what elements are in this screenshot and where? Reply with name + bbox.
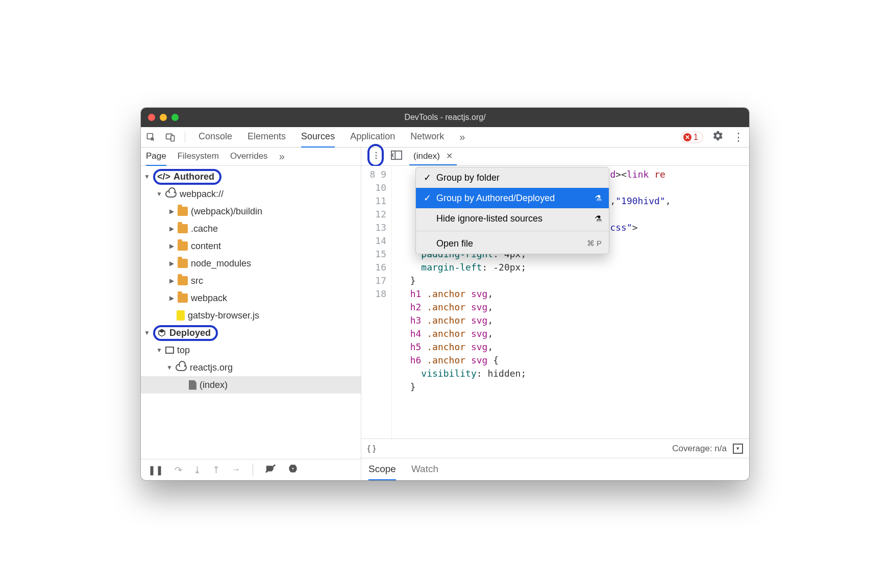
folder-icon xyxy=(178,276,188,285)
tree-folder[interactable]: ▶(webpack)/buildin xyxy=(141,203,361,220)
tree-file[interactable]: gatsby-browser.js xyxy=(141,307,361,324)
disclosure-triangle-icon[interactable]: ▶ xyxy=(168,260,175,267)
tree-folder[interactable]: ▶.cache xyxy=(141,220,361,237)
pause-icon[interactable]: ❚❚ xyxy=(148,464,163,476)
file-tree[interactable]: ▼ </> Authored ▼ webpack:// ▶(webpack)/b… xyxy=(141,166,361,459)
settings-gear-icon[interactable] xyxy=(712,130,724,144)
disclosure-triangle-icon[interactable]: ▼ xyxy=(156,190,162,198)
pause-on-exceptions-icon[interactable] xyxy=(288,463,298,476)
step-over-icon[interactable]: ↷ xyxy=(175,464,182,476)
main-kebab-icon[interactable]: ⋮ xyxy=(733,131,744,144)
window-titlebar: DevTools - reactjs.org/ xyxy=(141,108,749,127)
folder-label: .cache xyxy=(191,224,218,234)
disclosure-triangle-icon[interactable]: ▶ xyxy=(168,208,175,215)
sources-more-options-button[interactable]: ⋮ xyxy=(367,144,384,167)
menu-label: Group by Authored/Deployed xyxy=(436,193,589,204)
tab-console[interactable]: Console xyxy=(199,127,232,148)
top-label: top xyxy=(177,345,190,356)
svg-rect-2 xyxy=(171,135,175,141)
main-toolbar: Console Elements Sources Application Net… xyxy=(141,127,749,148)
menu-item-open-file[interactable]: Open file ⌘ P xyxy=(416,233,609,254)
menu-item-hide-ignore-listed[interactable]: Hide ignore-listed sources ⚗ xyxy=(416,208,609,229)
tree-folder[interactable]: ▶node_modules xyxy=(141,255,361,272)
folder-icon xyxy=(178,224,188,233)
error-count-pill[interactable]: ✕ 1 xyxy=(681,132,703,143)
deployed-label: Deployed xyxy=(169,328,211,338)
menu-item-group-by-folder[interactable]: ✓ Group by folder xyxy=(416,167,609,188)
disclosure-triangle-icon[interactable]: ▼ xyxy=(166,364,172,371)
navigator-tabs: Page Filesystem Overrides » xyxy=(141,148,361,165)
step-icon[interactable]: → xyxy=(231,464,240,475)
tree-deployed-group[interactable]: ▼ Deployed xyxy=(141,324,361,341)
pretty-print-icon[interactable]: { } xyxy=(367,444,376,454)
zoom-window-button[interactable] xyxy=(171,114,179,121)
disclosure-triangle-icon[interactable]: ▶ xyxy=(168,277,175,284)
disclosure-triangle-icon[interactable]: ▼ xyxy=(156,347,162,354)
folder-label: node_modules xyxy=(191,258,251,269)
tab-watch[interactable]: Watch xyxy=(411,459,438,480)
inspect-element-icon[interactable] xyxy=(146,132,156,142)
sources-subtoolbar: Page Filesystem Overrides » ⋮ (index) ✕ xyxy=(141,148,749,166)
svg-rect-3 xyxy=(391,151,402,160)
experiment-flask-icon: ⚗ xyxy=(595,214,602,224)
tab-scope[interactable]: Scope xyxy=(368,459,396,480)
tree-folder[interactable]: ▶webpack xyxy=(141,289,361,307)
editor-footer: { } Coverage: n/a ▾ xyxy=(361,438,749,458)
tab-network[interactable]: Network xyxy=(410,127,444,148)
tree-webpack-domain[interactable]: ▼ webpack:// xyxy=(141,185,361,203)
menu-item-group-authored-deployed[interactable]: ✓ Group by Authored/Deployed ⚗ xyxy=(416,188,609,208)
navigator-tab-filesystem[interactable]: Filesystem xyxy=(178,148,219,166)
debugger-controls: ❚❚ ↷ ⤓ ⤒ → xyxy=(141,459,361,480)
domain-label: reactjs.org xyxy=(190,362,233,373)
window-title: DevTools - reactjs.org/ xyxy=(141,113,749,122)
close-window-button[interactable] xyxy=(148,114,155,121)
open-file-tab[interactable]: (index) ✕ xyxy=(409,148,457,165)
folder-icon xyxy=(178,241,188,251)
folder-label: src xyxy=(191,276,203,286)
step-out-icon[interactable]: ⤒ xyxy=(212,464,220,476)
step-into-icon[interactable]: ⤓ xyxy=(193,464,201,476)
experiment-flask-icon: ⚗ xyxy=(595,193,602,203)
device-toolbar-icon[interactable] xyxy=(165,132,176,142)
js-file-icon xyxy=(177,310,185,321)
more-panels-icon[interactable]: » xyxy=(459,131,465,143)
scope-watch-tabs: Scope Watch xyxy=(361,458,749,480)
disclosure-triangle-icon[interactable]: ▶ xyxy=(168,295,175,302)
tree-authored-group[interactable]: ▼ </> Authored xyxy=(141,168,361,185)
tree-folder[interactable]: ▶src xyxy=(141,272,361,289)
file-label: gatsby-browser.js xyxy=(188,310,259,321)
authored-code-icon: </> xyxy=(157,172,170,182)
menu-separator xyxy=(416,231,609,231)
disclosure-triangle-icon[interactable]: ▼ xyxy=(144,329,150,336)
tree-file-index[interactable]: (index) xyxy=(141,376,361,394)
navigator-more-icon[interactable]: » xyxy=(279,151,285,162)
navigator-tab-page[interactable]: Page xyxy=(146,148,166,166)
tree-domain[interactable]: ▼ reactjs.org xyxy=(141,359,361,376)
disclosure-triangle-icon[interactable]: ▶ xyxy=(168,225,175,232)
cloud-icon xyxy=(176,364,187,371)
close-file-icon[interactable]: ✕ xyxy=(444,151,453,161)
toggle-navigator-icon[interactable] xyxy=(391,150,402,163)
menu-label: Group by folder xyxy=(436,173,602,183)
disclosure-triangle-icon[interactable]: ▶ xyxy=(168,242,175,250)
navigator-tab-overrides[interactable]: Overrides xyxy=(230,148,268,166)
cloud-icon xyxy=(165,190,177,198)
deactivate-breakpoints-icon[interactable] xyxy=(265,463,277,476)
folder-icon xyxy=(178,259,188,268)
tree-top-frame[interactable]: ▼ top xyxy=(141,341,361,359)
toolbar-divider xyxy=(185,132,185,143)
tree-folder[interactable]: ▶content xyxy=(141,237,361,255)
coverage-toggle-icon[interactable]: ▾ xyxy=(733,444,743,454)
tab-sources[interactable]: Sources xyxy=(301,127,335,148)
tab-elements[interactable]: Elements xyxy=(248,127,286,148)
disclosure-triangle-icon[interactable]: ▼ xyxy=(144,173,150,180)
line-gutter: 8 9 10 11 12 13 14 15 16 17 18 xyxy=(361,166,392,438)
deployed-cube-icon xyxy=(157,328,166,337)
folder-label: webpack xyxy=(191,293,227,304)
minimize-window-button[interactable] xyxy=(160,114,167,121)
open-file-name: (index) xyxy=(413,151,440,161)
frame-icon xyxy=(165,347,174,354)
document-file-icon xyxy=(189,380,196,390)
check-icon: ✓ xyxy=(423,192,431,204)
sources-options-menu: ✓ Group by folder ✓ Group by Authored/De… xyxy=(415,167,609,254)
